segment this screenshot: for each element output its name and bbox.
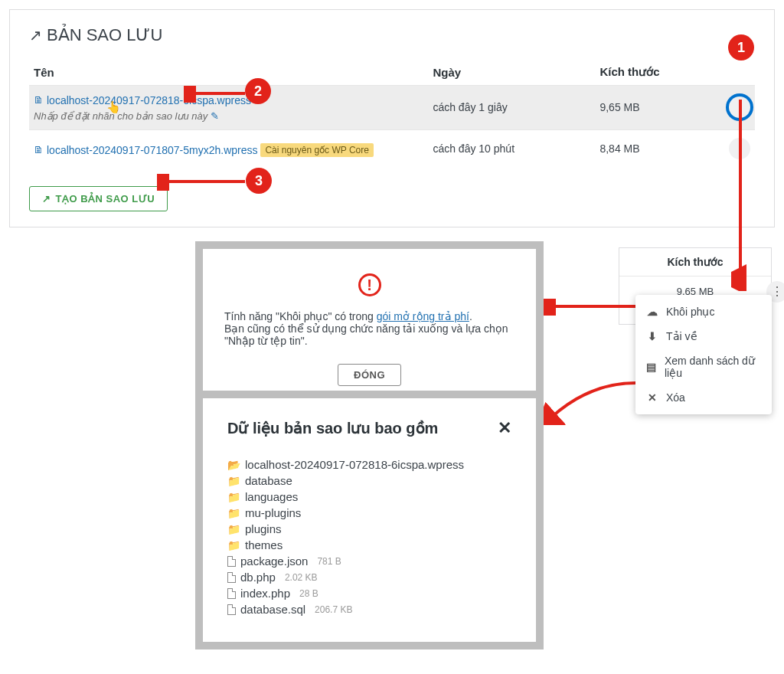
backup-size: 8,84 MB (595, 129, 704, 167)
file-icon (227, 556, 236, 567)
file-tree: 📂 localhost-20240917-072818-6icspa.wpres… (227, 458, 511, 616)
wpcore-badge: Cài nguyên gốc WP Core (260, 143, 374, 157)
panel-title-text: BẢN SAO LƯU (47, 25, 162, 45)
folder-icon: 📁 (227, 475, 240, 487)
table-row[interactable]: 🗎 localhost-20240917-071807-5myx2h.wpres… (29, 129, 755, 167)
header-name: Tên (29, 59, 428, 86)
folder-open-icon: 📂 (227, 459, 240, 471)
export-icon: ↗ (29, 26, 42, 44)
warning-icon: ! (358, 273, 381, 296)
ctx-delete[interactable]: ✕ Xóa (635, 385, 772, 410)
backup-date: cách đây 10 phút (428, 129, 595, 167)
arrow-annotation (157, 174, 249, 191)
file-icon (227, 588, 236, 599)
tree-root-folder[interactable]: 📂 localhost-20240917-072818-6icspa.wpres… (227, 458, 511, 471)
dialog-text: Tính năng "Khôi phục" có trong gói mở rộ… (224, 310, 514, 347)
arrow-annotation (544, 379, 639, 425)
backup-contents-dialog: Dữ liệu bản sao lưu bao gồm ✕ 📂 localhos… (195, 391, 544, 649)
close-icon: ✕ (646, 391, 658, 404)
pencil-icon[interactable]: ✎ (211, 110, 219, 122)
export-icon: ↗ (42, 193, 51, 204)
paid-extension-link[interactable]: gói mở rộng trả phí (377, 310, 469, 322)
ctx-view-data[interactable]: ▤ Xem danh sách dữ liệu (635, 348, 772, 385)
tree-file[interactable]: database.sql206.7 KB (227, 603, 511, 616)
arrow-annotation (184, 86, 249, 103)
backup-table: Tên Ngày Kích thước 🗎 localhost-20240917… (29, 59, 755, 167)
folder-icon: 📁 (227, 491, 240, 503)
arrow-annotation (544, 299, 639, 316)
file-icon: 🗎 (34, 94, 44, 106)
filename-text: localhost-20240917-071807-5myx2h.wpress (47, 144, 258, 156)
header-size: Kích thước (595, 59, 704, 86)
tree-folder[interactable]: 📁themes (227, 538, 511, 551)
tree-folder[interactable]: 📁plugins (227, 522, 511, 535)
file-icon: 🗎 (34, 144, 44, 155)
folder-icon: 📁 (227, 539, 240, 551)
create-backup-button[interactable]: ↗ TẠO BẢN SAO LƯU (29, 186, 168, 211)
list-icon: ▤ (646, 361, 657, 373)
folder-icon: 📁 (227, 523, 240, 535)
folder-icon: 📁 (227, 507, 240, 519)
backup-size: 9,65 MB (595, 86, 704, 130)
tree-folder[interactable]: 📁database (227, 474, 511, 487)
ctx-restore[interactable]: ☁ Khôi phục (635, 299, 772, 324)
annotation-badge-3: 3 (246, 168, 272, 194)
file-icon (227, 604, 236, 615)
tree-folder[interactable]: 📁mu-plugins (227, 506, 511, 519)
label-prompt[interactable]: Nhấp để đặt nhãn cho bản sao lưu này ✎ (34, 110, 423, 122)
arrow-annotation (731, 100, 754, 291)
backups-panel: ↗ BẢN SAO LƯU Tên Ngày Kích thước 🗎 loca… (9, 9, 775, 227)
tree-folder[interactable]: 📁languages (227, 490, 511, 503)
annotation-badge-2: 2 (245, 78, 271, 104)
file-icon (227, 572, 236, 583)
tree-file[interactable]: package.json781 B (227, 555, 511, 568)
table-row[interactable]: 🗎 localhost-20240917-072818-6icspa.wpres… (29, 86, 755, 130)
download-icon: ⬇ (646, 330, 658, 342)
panel-title: ↗ BẢN SAO LƯU (29, 25, 755, 45)
annotation-badge-1: 1 (728, 34, 754, 61)
context-menu: ☁ Khôi phục ⬇ Tải về ▤ Xem danh sách dữ … (635, 295, 772, 414)
close-button[interactable]: ĐÓNG (338, 364, 401, 386)
cursor-icon: 👆 (106, 100, 121, 114)
header-date: Ngày (428, 59, 595, 86)
tree-file[interactable]: db.php2.02 KB (227, 571, 511, 584)
tree-file[interactable]: index.php28 B (227, 587, 511, 600)
tree-dialog-title: Dữ liệu bản sao lưu bao gồm (227, 419, 438, 437)
cloud-icon: ☁ (646, 306, 658, 318)
ctx-download[interactable]: ⬇ Tải về (635, 324, 772, 348)
backup-date: cách đây 1 giây (428, 86, 595, 130)
close-icon[interactable]: ✕ (498, 418, 511, 438)
backup-filename-link[interactable]: 🗎 localhost-20240917-071807-5myx2h.wpres… (34, 144, 258, 156)
